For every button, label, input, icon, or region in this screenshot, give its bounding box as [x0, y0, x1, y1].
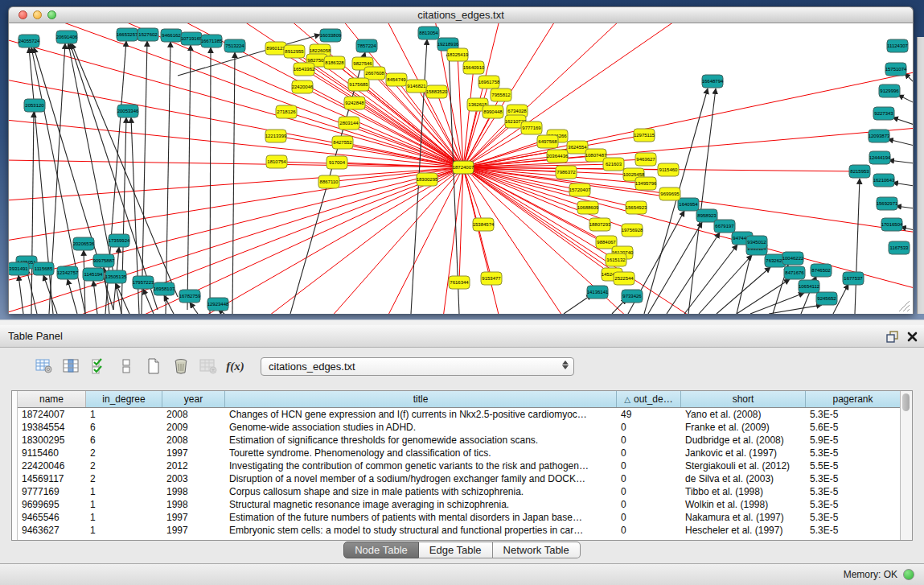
cell-name[interactable]: 9465546 — [18, 511, 86, 524]
graph-node[interactable]: 15692971 — [877, 197, 898, 210]
table-row[interactable]: 1938455462009Genome-wide association stu… — [18, 421, 900, 434]
cell-short[interactable]: Nakamura et al. (1997) — [681, 511, 806, 524]
graph-node[interactable]: 621603 — [603, 158, 624, 171]
cell-name[interactable]: 9777169 — [18, 485, 86, 498]
graph-node[interactable]: 7986372 — [556, 166, 577, 179]
cell-year[interactable]: 1997 — [162, 511, 225, 524]
cell-title[interactable]: Embryonic stem cells: a model to study s… — [225, 524, 617, 537]
graph-node[interactable]: 20206536 — [73, 237, 95, 250]
graph-node[interactable]: 17359924 — [109, 234, 130, 247]
graph-node[interactable]: 8746502 — [811, 264, 832, 277]
graph-node[interactable]: 12444194 — [869, 151, 891, 164]
graph-node[interactable]: 18300295 — [417, 173, 438, 186]
graph-node[interactable]: 1677537 — [843, 272, 864, 285]
cell-out_degree[interactable]: 49 — [617, 408, 681, 421]
cell-title[interactable]: Structural magnetic resonance image aver… — [225, 498, 617, 511]
graph-node[interactable]: 10654112 — [799, 280, 820, 293]
column-header-title[interactable]: title — [225, 391, 617, 407]
cell-name[interactable]: 9463627 — [18, 524, 86, 537]
graph-node[interactable]: 3931491 — [9, 262, 29, 275]
graph-node[interactable]: 9466162 — [161, 29, 182, 42]
graph-node[interactable]: 9129996 — [879, 84, 900, 97]
graph-node[interactable]: 12213399 — [265, 130, 287, 142]
cell-pagerank[interactable]: 5.3E-5 — [806, 408, 900, 421]
cell-in_degree[interactable]: 1 — [86, 485, 162, 498]
graph-node[interactable]: 9175685 — [348, 78, 369, 91]
table-row[interactable]: 1830029562008Estimation of significance … — [18, 434, 900, 447]
graph-node[interactable]: 18325419 — [447, 48, 469, 61]
graph-node[interactable]: 9463627 — [635, 153, 656, 166]
graph-node[interactable]: 1615132 — [606, 253, 626, 266]
graph-node[interactable]: 12093873 — [869, 130, 890, 142]
citation-network-graph[interactable]: 2405572420691406166532571527602946616210… — [9, 23, 913, 314]
minimize-window-button[interactable] — [33, 10, 42, 19]
graph-node[interactable]: 15751074 — [885, 63, 907, 76]
cell-name[interactable]: 18724007 — [18, 408, 86, 421]
graph-node[interactable]: 11124307 — [887, 39, 909, 52]
cell-name[interactable]: 19384554 — [18, 421, 86, 434]
table-selector-dropdown[interactable]: citations_edges.txt — [261, 357, 574, 376]
graph-node[interactable]: 20364436 — [547, 150, 569, 163]
cell-pagerank[interactable]: 5.9E-5 — [806, 434, 900, 447]
cell-title[interactable]: Investigating the contribution of common… — [225, 459, 617, 472]
table-row[interactable]: 911546021997Tourette syndrome. Phenomeno… — [18, 447, 900, 459]
graph-node[interactable]: 1145194 — [83, 268, 104, 281]
cell-in_degree[interactable]: 6 — [86, 434, 162, 447]
graph-node[interactable]: 16958107 — [154, 282, 175, 295]
graph-node[interactable]: 2803144 — [339, 117, 359, 130]
graph-node[interactable]: 7857224 — [356, 39, 377, 52]
cell-out_degree[interactable]: 0 — [617, 498, 681, 511]
graph-node[interactable]: 17957223 — [133, 276, 154, 289]
show-columns-button[interactable] — [60, 355, 83, 378]
network-view-window[interactable]: citations_edges.txt 24055724206914061665… — [8, 6, 914, 314]
table-row[interactable]: 1872400712008Changes of HCN gene express… — [18, 408, 900, 421]
graph-node[interactable]: 2053120 — [24, 99, 45, 112]
column-header-out_degree[interactable]: △out_de… — [617, 391, 681, 407]
tab-edge-table[interactable]: Edge Table — [419, 542, 493, 558]
cell-short[interactable]: Dudbridge et al. (2008) — [681, 434, 806, 447]
graph-node[interactable]: 7616344 — [449, 276, 470, 289]
graph-node[interactable]: 8958923 — [696, 209, 717, 222]
cell-pagerank[interactable]: 5.3E-5 — [806, 511, 900, 524]
graph-node[interactable]: 16543362 — [294, 63, 315, 76]
graph-node[interactable]: 2522544 — [614, 272, 634, 285]
graph-node[interactable]: 90975887 — [93, 254, 115, 267]
graph-node[interactable]: 14136141 — [587, 286, 609, 299]
graph-node[interactable]: 1810754 — [266, 155, 287, 168]
cell-title[interactable]: Disruption of a novel member of a sodium… — [225, 472, 617, 485]
graph-node[interactable]: 1115685 — [33, 262, 54, 275]
graph-node[interactable]: 1167533 — [889, 241, 910, 254]
cell-pagerank[interactable]: 5.3E-5 — [806, 485, 900, 498]
cell-out_degree[interactable]: 0 — [617, 459, 681, 472]
graph-node[interactable]: 8990448 — [483, 105, 503, 118]
cell-year[interactable]: 2012 — [162, 459, 225, 472]
cell-in_degree[interactable]: 1 — [86, 511, 162, 524]
cell-out_degree[interactable]: 0 — [617, 472, 681, 485]
select-rows-button[interactable] — [87, 355, 110, 378]
graph-node[interactable]: 1527602 — [138, 28, 158, 41]
cell-short[interactable]: Franke et al. (2009) — [681, 421, 806, 434]
table-row[interactable]: 1456911722003Disruption of a novel membe… — [18, 472, 900, 485]
cell-name[interactable]: 9699695 — [18, 498, 86, 511]
cell-title[interactable]: Genome-wide association studies in ADHD. — [225, 421, 617, 434]
cell-short[interactable]: Wolkin et al. (1998) — [681, 498, 806, 511]
cell-short[interactable]: de Silva et al. (2003) — [681, 472, 806, 485]
row-height-button[interactable] — [114, 355, 138, 378]
graph-node[interactable]: 8186328 — [324, 56, 345, 69]
graph-node[interactable]: 13505135 — [105, 270, 127, 283]
graph-node[interactable]: 8454749 — [386, 73, 407, 86]
table-row[interactable]: 946554611997Estimation of the future num… — [18, 511, 900, 524]
graph-node[interactable]: 9699695 — [659, 187, 680, 200]
cell-out_degree[interactable]: 0 — [617, 434, 681, 447]
cell-name[interactable]: 14569117 — [18, 472, 86, 485]
graph-node[interactable]: 9245652 — [816, 292, 837, 305]
graph-node[interactable]: 12975115 — [634, 129, 655, 142]
cell-in_degree[interactable]: 1 — [86, 524, 162, 537]
network-canvas[interactable]: 2405572420691406166532571527602946616210… — [8, 23, 914, 314]
cell-out_degree[interactable]: 0 — [617, 524, 681, 537]
cell-title[interactable]: Tourette syndrome. Phenomenology and cla… — [225, 447, 617, 459]
table-options-button[interactable] — [32, 355, 55, 378]
cell-pagerank[interactable]: 5.3E-5 — [806, 447, 900, 459]
cell-in_degree[interactable]: 6 — [86, 421, 162, 434]
maximize-window-button[interactable] — [47, 10, 56, 19]
